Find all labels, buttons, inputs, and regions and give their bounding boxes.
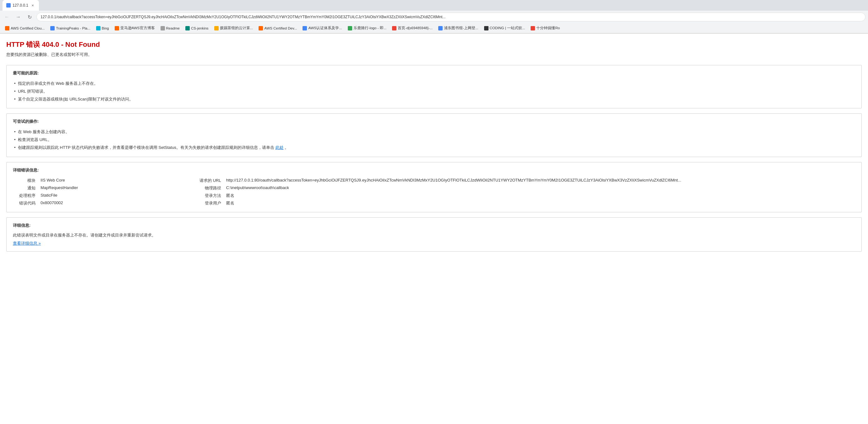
value-request-url: http://127.0.0.1:80/oauth/callback?acces… xyxy=(224,177,855,184)
bookmark-favicon xyxy=(115,26,119,30)
table-row: 通知 MapRequestHandler 物理路径 C:\inetpub\www… xyxy=(13,184,855,192)
table-row: 模块 IIS Web Core 请求的 URL http://127.0.0.1… xyxy=(13,177,855,184)
bookmark-label: AWS Certified Dev... xyxy=(264,26,297,30)
bookmark-aws-certified[interactable]: AWS Certified Clou... xyxy=(2,25,47,31)
label-login-method: 登录方法 xyxy=(101,192,224,199)
section-error-details-title: 详细错误信息: xyxy=(13,167,855,173)
bookmark-label: 首页-d[s69485948]-... xyxy=(398,26,433,30)
address-input[interactable] xyxy=(36,12,866,21)
tab-bar: 127.0.0.1 ✕ xyxy=(0,0,868,11)
section-detail-info: 详细信息: 此错误表明文件或目录在服务器上不存在。请创建文件或目录并重新尝试请求… xyxy=(6,217,862,252)
bookmark-label: 乐鹿骑行-logo - 即... xyxy=(353,26,386,30)
bookmark-coding[interactable]: CODING | 一站式软... xyxy=(482,25,528,31)
bookmark-pudong-library[interactable]: 浦东图书馆-上网登... xyxy=(436,25,480,31)
list-item: URL 拼写错误。 xyxy=(13,88,855,96)
section-causes: 最可能的原因: 指定的目录或文件在 Web 服务器上不存在。 URL 拼写错误。… xyxy=(6,65,862,108)
bookmark-cs-jenkins[interactable]: CS-jenkins xyxy=(183,25,211,31)
trace-rule-link[interactable]: 此处 xyxy=(276,145,284,150)
bookmarks-bar: AWS Certified Clou... TrainingPeaks - Pl… xyxy=(0,23,868,33)
bookmark-trainingpeaks[interactable]: TrainingPeaks - Pla... xyxy=(48,25,93,31)
table-row: 错误代码 0x80070002 登录用户 匿名 xyxy=(13,199,855,207)
bookmark-favicon xyxy=(348,26,352,30)
label-module: 模块 xyxy=(13,177,38,184)
label-error-code: 错误代码 xyxy=(13,199,38,207)
item3-suffix: 。 xyxy=(285,145,289,150)
bookmark-10min[interactable]: 十分钟搞懂Ro xyxy=(528,25,562,31)
value-login-method: 匿名 xyxy=(224,192,855,199)
bookmark-favicon xyxy=(438,26,443,30)
section-causes-title: 最可能的原因: xyxy=(13,70,855,76)
bookmark-amazon-aws[interactable]: 亚马逊AWS官方博客 xyxy=(112,25,157,31)
browser-chrome: 127.0.0.1 ✕ ← → ↻ AWS Certified Clou... … xyxy=(0,0,868,34)
bookmark-label: 十分钟搞懂Ro xyxy=(536,26,560,30)
bookmark-favicon xyxy=(392,26,397,30)
list-item: 检查浏览器 URL。 xyxy=(13,136,855,144)
label-login-user: 登录用户 xyxy=(101,199,224,207)
bookmark-favicon xyxy=(303,26,307,30)
bookmark-label: Bing xyxy=(102,26,109,30)
section-detail-info-title: 详细信息: xyxy=(13,223,855,228)
bookmark-favicon xyxy=(96,26,100,30)
bookmark-favicon xyxy=(160,26,165,30)
bookmark-label: 浦东图书馆-上网登... xyxy=(444,26,478,30)
detail-info-text: 此错误表明文件或目录在服务器上不存在。请创建文件或目录并重新尝试请求。 xyxy=(13,232,855,239)
value-module: IIS Web Core xyxy=(38,177,101,184)
bookmark-favicon xyxy=(5,26,9,30)
label-request-url: 请求的 URL xyxy=(101,177,224,184)
section-actions-list: 在 Web 服务器上创建内容。 检查浏览器 URL。 创建跟踪规则以跟踪此 HT… xyxy=(13,128,855,152)
view-detail-link[interactable]: 查看详细信息 » xyxy=(13,241,41,246)
item3-prefix: 创建跟踪规则以跟踪此 HTTP 状态代码的失败请求，并查看是哪个模块在调用 Se… xyxy=(18,145,274,150)
tab-close-button[interactable]: ✕ xyxy=(30,3,35,8)
bookmark-label: Readme xyxy=(166,26,180,30)
active-tab[interactable]: 127.0.0.1 ✕ xyxy=(2,0,39,11)
tab-favicon xyxy=(6,3,11,7)
bookmark-favicon xyxy=(214,26,219,30)
section-actions: 可尝试的操作: 在 Web 服务器上创建内容。 检查浏览器 URL。 创建跟踪规… xyxy=(6,113,862,157)
bookmark-label: 亚马逊AWS官方博客 xyxy=(120,26,155,30)
bookmark-aws-dev[interactable]: AWS Certified Dev... xyxy=(256,25,300,31)
bookmark-label: AWS Certified Clou... xyxy=(11,26,44,30)
bookmark-label: CODING | 一站式软... xyxy=(490,26,525,30)
bookmark-bing[interactable]: Bing xyxy=(94,25,112,31)
details-table: 模块 IIS Web Core 请求的 URL http://127.0.0.1… xyxy=(13,177,855,207)
section-error-details: 详细错误信息: 模块 IIS Web Core 请求的 URL http://1… xyxy=(6,162,862,212)
label-physical-path: 物理路径 xyxy=(101,184,224,192)
bookmark-label: TrainingPeaks - Pla... xyxy=(56,26,91,30)
address-bar-row: ← → ↻ xyxy=(0,11,868,23)
label-notification: 通知 xyxy=(13,184,38,192)
section-actions-title: 可尝试的操作: xyxy=(13,119,855,124)
bookmark-favicon xyxy=(484,26,489,30)
value-login-user: 匿名 xyxy=(224,199,855,207)
value-notification: MapRequestHandler xyxy=(38,184,101,192)
error-title: HTTP 错误 404.0 - Not Found xyxy=(6,40,862,49)
value-error-code: 0x80070002 xyxy=(38,199,101,207)
value-handler: StaticFile xyxy=(38,192,101,199)
page-content: HTTP 错误 404.0 - Not Found 您要找的资源已被删除、已更名… xyxy=(0,34,868,263)
bookmark-label: CS-jenkins xyxy=(191,26,209,30)
back-button[interactable]: ← xyxy=(2,12,11,21)
table-row: 处理程序 StaticFile 登录方法 匿名 xyxy=(13,192,855,199)
list-item: 在 Web 服务器上创建内容。 xyxy=(13,128,855,136)
bookmark-homepage[interactable]: 首页-d[s69485948]-... xyxy=(390,25,435,31)
list-item: 某个自定义筛选器或模块(如 URLScan)限制了对该文件的访问。 xyxy=(13,96,855,103)
bookmark-label: 拨踢茶馆的云计算... xyxy=(220,26,253,30)
section-causes-list: 指定的目录或文件在 Web 服务器上不存在。 URL 拼写错误。 某个自定义筛选… xyxy=(13,80,855,103)
tab-title: 127.0.0.1 xyxy=(12,3,28,7)
bookmark-aws-cert[interactable]: AWS认证体系及学... xyxy=(300,25,344,31)
bookmark-label: AWS认证体系及学... xyxy=(308,26,342,30)
bookmark-favicon xyxy=(185,26,190,30)
list-item: 指定的目录或文件在 Web 服务器上不存在。 xyxy=(13,80,855,88)
bookmark-chaguan[interactable]: 拨踢茶馆的云计算... xyxy=(212,25,256,31)
bookmark-favicon xyxy=(258,26,263,30)
bookmark-lelu[interactable]: 乐鹿骑行-logo - 即... xyxy=(345,25,389,31)
label-handler: 处理程序 xyxy=(13,192,38,199)
list-item: 创建跟踪规则以跟踪此 HTTP 状态代码的失败请求，并查看是哪个模块在调用 Se… xyxy=(13,144,855,152)
bookmark-favicon xyxy=(531,26,535,30)
error-subtitle: 您要找的资源已被删除、已更名或暂时不可用。 xyxy=(6,52,862,58)
value-physical-path: C:\inetpub\wwwroot\oauth\callback xyxy=(224,184,855,192)
forward-button[interactable]: → xyxy=(14,12,23,21)
reload-button[interactable]: ↻ xyxy=(25,12,34,21)
bookmark-favicon xyxy=(50,26,55,30)
bookmark-readme[interactable]: Readme xyxy=(158,25,182,31)
